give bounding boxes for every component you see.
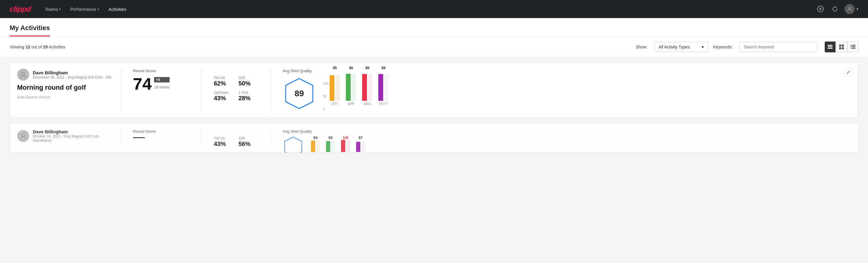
bar-app-bg xyxy=(351,74,356,101)
svg-rect-10 xyxy=(842,47,844,49)
quality-score: 89 xyxy=(294,89,304,98)
user-date: October 16, 2021 · Gog Magog Golf Club -… xyxy=(33,134,114,143)
bar-wrapper xyxy=(346,71,356,101)
view-toggle xyxy=(825,41,858,52)
user-name: Dave Billingham xyxy=(33,70,111,75)
nav-links: Teams ▾ Performance ▾ Activities xyxy=(40,4,130,14)
bar-label-arg: ARG xyxy=(364,102,371,106)
divider xyxy=(202,68,202,112)
stat-value: 43% xyxy=(214,141,234,147)
score-holes: 18 Holes xyxy=(154,85,169,89)
divider xyxy=(121,129,121,147)
nav-teams[interactable]: Teams ▾ xyxy=(40,4,65,14)
user-info: Dave Billingham October 16, 2021 · Gog M… xyxy=(33,129,114,143)
stat-value: 50% xyxy=(239,80,258,87)
bar-group-putt: 89 PUTT xyxy=(378,71,389,106)
svg-rect-13 xyxy=(850,46,851,47)
bar-value-putt: 89 xyxy=(382,66,385,70)
refresh-icon[interactable] xyxy=(830,4,840,14)
stat-value: 62% xyxy=(214,80,234,87)
bar-ott xyxy=(330,75,335,101)
stat-label: GIR xyxy=(239,76,258,80)
card-info: Dave Billingham December 05, 2021 · Gog … xyxy=(17,68,114,99)
round-score-section: Round Score xyxy=(128,129,194,138)
edit-button[interactable] xyxy=(844,67,853,77)
bar-group-arg-2: 106 ARG xyxy=(341,136,350,153)
bar-group-ott: 85 OTT xyxy=(330,71,340,106)
bar-group-app-2: 93 APP xyxy=(326,136,335,153)
stats-section: FW Hit 43% GIR 56% xyxy=(209,129,263,147)
bar-label-app: APP xyxy=(348,102,354,106)
bar-wrapper xyxy=(362,71,372,101)
list-compact-view-button[interactable] xyxy=(825,41,836,52)
card-info: Dave Billingham October 16, 2021 · Gog M… xyxy=(17,129,114,146)
page-title: My Activities xyxy=(10,18,50,36)
search-input[interactable] xyxy=(739,42,817,52)
svg-rect-14 xyxy=(852,46,856,47)
page-header: My Activities xyxy=(0,18,868,37)
stat-value: 56% xyxy=(239,141,258,147)
user-date: December 05, 2021 · Gog Magog Golf Club … xyxy=(33,75,111,80)
list-full-view-button[interactable] xyxy=(847,41,858,52)
svg-rect-7 xyxy=(839,45,841,47)
avg-shot-quality-section: Avg Shot Quality 89 100 50 0 xyxy=(278,68,416,112)
stat-gir: GIR 50% xyxy=(239,76,258,87)
svg-rect-6 xyxy=(828,48,833,49)
svg-point-3 xyxy=(848,7,851,9)
bar-group-app: 90 APP xyxy=(346,71,356,106)
score-diff: +4 xyxy=(154,77,169,83)
bar-group-putt-2: 87 PUTT xyxy=(356,136,365,153)
navbar: clippd Teams ▾ Performance ▾ Activities xyxy=(0,0,868,18)
add-icon[interactable] xyxy=(816,4,825,14)
score-row: 74 +4 18 Holes xyxy=(133,76,189,92)
show-label: Show: xyxy=(636,45,648,49)
stat-gir: GIR 56% xyxy=(239,136,258,147)
activity-type-dropdown[interactable]: All Activity Types ▾ xyxy=(654,42,708,52)
activity-card: Dave Billingham October 16, 2021 · Gog M… xyxy=(10,123,858,153)
nav-teams-label: Teams xyxy=(45,7,58,12)
bar-putt-bg xyxy=(384,74,389,101)
chevron-down-icon: ▾ xyxy=(97,7,99,11)
svg-rect-11 xyxy=(850,45,851,46)
activity-title: Morning round of golf xyxy=(17,84,114,91)
data-source: Data Source: Arccos xyxy=(17,95,114,99)
nav-activities[interactable]: Activities xyxy=(104,4,130,14)
nav-performance[interactable]: Performance ▾ xyxy=(66,4,103,14)
svg-rect-16 xyxy=(852,48,856,49)
divider xyxy=(202,129,202,147)
avatar xyxy=(844,4,855,14)
avatar xyxy=(17,68,29,81)
nav-right: ▾ xyxy=(816,4,858,14)
bar-arg-bg xyxy=(368,74,372,101)
chart-y-axis: 100 50 0 xyxy=(323,82,329,112)
svg-rect-4 xyxy=(828,45,833,46)
svg-rect-8 xyxy=(842,45,844,47)
svg-marker-20 xyxy=(284,137,302,153)
stat-1putt: 1 Putt 28% xyxy=(239,91,258,102)
user-info: Dave Billingham December 05, 2021 · Gog … xyxy=(33,70,111,80)
user-avatar-button[interactable]: ▾ xyxy=(844,4,858,14)
svg-rect-15 xyxy=(850,48,851,49)
activities-list: Dave Billingham December 05, 2021 · Gog … xyxy=(0,57,868,158)
nav-performance-label: Performance xyxy=(70,7,96,12)
bar-app xyxy=(346,74,351,101)
avatar xyxy=(17,130,29,142)
grid-view-button[interactable] xyxy=(836,41,847,52)
logo[interactable]: clippd xyxy=(10,4,31,14)
nav-activities-label: Activities xyxy=(108,7,126,12)
bar-value-app: 90 xyxy=(349,66,353,70)
svg-rect-12 xyxy=(852,45,856,46)
stat-value: 43% xyxy=(214,95,234,102)
quality-hexagon: 89 xyxy=(283,77,316,110)
bar-arg xyxy=(362,74,367,101)
bar-value-arg: 89 xyxy=(365,66,369,70)
score-value: 74 xyxy=(133,76,152,92)
stat-label: FW Hit xyxy=(214,136,234,141)
score-loading-bar xyxy=(133,137,145,138)
bar-group-arg: 89 ARG xyxy=(362,71,372,106)
svg-rect-5 xyxy=(828,46,833,47)
chevron-down-icon: ▾ xyxy=(857,7,858,11)
chevron-down-icon: ▾ xyxy=(59,7,61,11)
stat-label: Up/Down xyxy=(214,91,234,95)
bar-wrapper xyxy=(330,71,340,101)
